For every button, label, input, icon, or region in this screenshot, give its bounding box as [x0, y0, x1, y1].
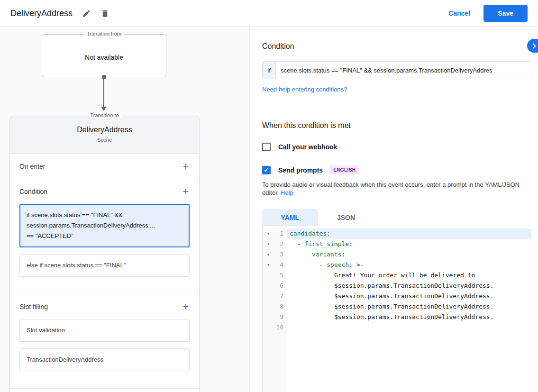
- line-number: 7: [274, 291, 287, 301]
- fold-arrow-icon: [263, 322, 274, 333]
- delete-icon[interactable]: [100, 9, 109, 18]
- send-prompts-label[interactable]: Send prompts: [278, 166, 323, 174]
- code-line[interactable]: ▾3 variants:: [263, 249, 531, 260]
- condition-heading: Condition: [262, 27, 526, 51]
- checkmark-icon: ✓: [264, 166, 269, 173]
- slot-filling-row[interactable]: Slot filling +: [10, 294, 199, 319]
- code-line[interactable]: 9 $session.params.TransactionDeliveryAdd…: [263, 312, 531, 322]
- condition-section-label: Condition: [19, 188, 47, 195]
- page-title: DeliveryAddress: [10, 9, 73, 18]
- code-line[interactable]: 5 Great! Your order will be delivered to: [263, 270, 531, 281]
- prompt-help-body: To provide audio or visual feedback when…: [262, 181, 520, 196]
- transition-to-box: Transition to DeliveryAddress Scene On e…: [9, 116, 200, 392]
- transition-from-value: Not available: [42, 35, 166, 61]
- code-line[interactable]: 10: [263, 322, 531, 333]
- scene-name: DeliveryAddress: [10, 126, 199, 134]
- tab-yaml[interactable]: YAML: [262, 209, 318, 226]
- fold-arrow-icon: [263, 291, 274, 301]
- code-text[interactable]: - first_simple:: [287, 239, 531, 249]
- slot-validation-label: Slot validation: [27, 325, 182, 336]
- on-enter-row[interactable]: On enter +: [10, 154, 199, 179]
- transition-to-label: Transition to: [87, 112, 121, 118]
- condition-line: == "ACCEPTED": [27, 231, 182, 241]
- line-number: 1: [274, 228, 287, 239]
- collapse-panel-button[interactable]: [527, 39, 538, 53]
- transition-from-box: Transition from Not available: [42, 34, 166, 77]
- editor-tabs: YAML JSON: [262, 209, 538, 226]
- chevron-right-icon: [530, 43, 536, 48]
- code-line[interactable]: ▾4 - speech: >-: [263, 260, 531, 270]
- slot-filling-label: Slot filling: [19, 303, 48, 310]
- code-text[interactable]: $session.params.TransactionDeliveryAddre…: [287, 281, 531, 291]
- when-met-heading: When this condition is met: [262, 121, 526, 130]
- custom-intent-row[interactable]: Custom intent handling +: [10, 389, 199, 392]
- slot-name-label: TransactionDeliveryAddress: [27, 355, 182, 365]
- code-text[interactable]: - speech: >-: [287, 260, 531, 270]
- language-badge: ENGLISH: [329, 165, 359, 174]
- fold-arrow-icon[interactable]: ▾: [263, 239, 274, 249]
- code-text[interactable]: $session.params.TransactionDeliveryAddre…: [287, 291, 531, 301]
- cancel-button[interactable]: Cancel: [448, 9, 470, 17]
- line-number: 10: [274, 322, 287, 333]
- app-header: DeliveryAddress Cancel Save: [0, 0, 538, 27]
- add-on-enter-icon[interactable]: +: [182, 161, 189, 172]
- line-number: 6: [274, 281, 287, 291]
- send-prompts-checkbox[interactable]: ✓: [262, 166, 271, 174]
- fold-arrow-icon[interactable]: ▾: [263, 260, 274, 270]
- fold-arrow-icon: [263, 301, 274, 312]
- line-number: 8: [274, 301, 287, 312]
- condition-expression-row: if: [262, 61, 531, 79]
- condition-line: session.params.TransactionDeliveryAddres…: [27, 220, 182, 231]
- code-text[interactable]: variants:: [287, 249, 531, 260]
- fold-arrow-icon[interactable]: ▾: [263, 249, 274, 260]
- condition-line: if scene.slots.status == "FINAL" &&: [27, 210, 182, 220]
- fold-arrow-icon: [263, 270, 274, 281]
- help-link[interactable]: Help: [281, 189, 293, 196]
- code-text[interactable]: Great! Your order will be delivered to: [287, 270, 531, 281]
- add-condition-icon[interactable]: +: [182, 186, 189, 197]
- transition-arrow-head: [101, 107, 107, 111]
- condition-detail-panel: Condition if Need help entering conditio…: [250, 27, 538, 392]
- fold-arrow-icon: [263, 281, 274, 291]
- on-enter-label: On enter: [19, 163, 45, 170]
- code-text[interactable]: $session.params.TransactionDeliveryAddre…: [287, 312, 531, 322]
- code-line[interactable]: ▾2 - first_simple:: [263, 239, 531, 249]
- divider: [250, 106, 538, 106]
- scene-type: Scene: [10, 137, 199, 143]
- add-slot-icon[interactable]: +: [182, 301, 189, 312]
- if-prefix: if: [262, 61, 275, 79]
- line-number: 5: [274, 270, 287, 281]
- edit-icon[interactable]: [82, 9, 91, 18]
- scene-card-header: DeliveryAddress Scene: [10, 116, 199, 154]
- transition-arrow: [103, 78, 104, 107]
- line-number: 9: [274, 312, 287, 322]
- scene-graph-panel: Transition from Not available Transition…: [0, 27, 250, 392]
- code-text[interactable]: $session.params.TransactionDeliveryAddre…: [287, 301, 531, 312]
- line-number: 2: [274, 239, 287, 249]
- condition-line: else if scene.slots.status == "FINAL": [27, 260, 182, 271]
- condition-card-selected[interactable]: if scene.slots.status == "FINAL" && sess…: [19, 204, 190, 247]
- slot-card[interactable]: TransactionDeliveryAddress: [19, 348, 190, 371]
- line-number: 4: [274, 260, 287, 270]
- code-line[interactable]: 8 $session.params.TransactionDeliveryAdd…: [263, 301, 531, 312]
- code-line[interactable]: 6 $session.params.TransactionDeliveryAdd…: [263, 281, 531, 291]
- fold-arrow-icon[interactable]: ▾: [263, 228, 274, 239]
- transition-from-label: Transition from: [84, 31, 124, 36]
- save-button[interactable]: Save: [483, 5, 528, 22]
- webhook-checkbox[interactable]: [262, 143, 271, 151]
- code-line[interactable]: 7 $session.params.TransactionDeliveryAdd…: [263, 291, 531, 301]
- code-line[interactable]: ▾1candidates:: [263, 228, 531, 239]
- condition-input[interactable]: [275, 61, 531, 79]
- condition-card-else[interactable]: else if scene.slots.status == "FINAL": [19, 254, 190, 277]
- slot-validation-card[interactable]: Slot validation: [19, 319, 190, 342]
- conditions-help-link[interactable]: Need help entering conditions?: [262, 86, 347, 93]
- line-number: 3: [274, 249, 287, 260]
- tab-json[interactable]: JSON: [318, 209, 374, 226]
- webhook-label[interactable]: Call your webhook: [278, 143, 337, 151]
- code-text[interactable]: candidates:: [287, 228, 531, 239]
- code-text[interactable]: [287, 322, 531, 333]
- fold-arrow-icon: [263, 312, 274, 322]
- prompt-help-text: To provide audio or visual feedback when…: [262, 181, 526, 197]
- condition-section-row[interactable]: Condition +: [10, 179, 199, 204]
- yaml-editor[interactable]: ▾1candidates: ▾2 - first_simple: ▾3 vari…: [262, 226, 531, 392]
